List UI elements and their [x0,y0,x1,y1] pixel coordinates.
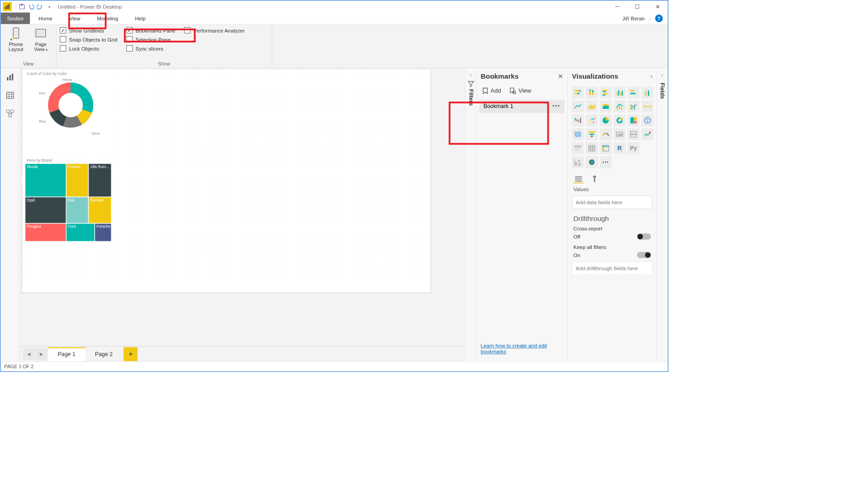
tab-help[interactable]: Help [127,13,154,24]
report-canvas[interactable]: Count of Color by Color Yellow Red Blue … [22,69,431,293]
add-page-button[interactable]: + [124,347,138,361]
check-performance-analyzer[interactable]: Performance Analyzer [184,27,245,33]
svg-point-60 [591,119,593,120]
svg-rect-90 [603,145,609,147]
data-view-icon[interactable] [5,90,15,100]
phone-layout-button[interactable]: Phone Layout [4,27,28,53]
maximize-button[interactable]: ☐ [627,1,648,13]
viz-ribbon-icon[interactable] [642,101,653,113]
svg-rect-27 [577,93,580,94]
viz-r-icon[interactable]: R [614,142,626,154]
collapse-viz-icon[interactable]: › [651,73,652,80]
treemap-chart: Skoda Citroen Alfa Rom... Opel Fiat Rena… [25,164,111,241]
tab-home[interactable]: Home [30,13,61,24]
expand-filters-icon[interactable]: ‹ [470,72,472,78]
check-show-gridlines[interactable]: ✓Show Gridlines [60,27,117,33]
values-drop-area[interactable]: Add data fields here [572,196,652,209]
check-sync-slicers[interactable]: Sync slicers [127,45,175,52]
page-tab-1[interactable]: Page 1 [48,347,85,361]
viz-donut-icon[interactable] [614,114,626,126]
svg-rect-66 [630,117,634,123]
viz-clustered-column-icon[interactable] [614,87,626,98]
viz-line-column-icon[interactable] [614,101,626,113]
fields-pane-collapsed[interactable]: ‹ Fields [656,69,668,361]
fields-tab-icon[interactable] [573,174,584,183]
viz-100-bar-icon[interactable] [627,87,639,98]
close-button[interactable]: ✕ [647,1,668,13]
check-bookmarks-pane[interactable]: ✓Bookmarks Pane [127,27,175,33]
filters-pane-collapsed[interactable]: ‹ Filters [465,69,476,361]
page-prev-button[interactable]: ◄ [23,348,35,360]
report-view-icon[interactable] [5,72,15,82]
viz-filled-map-icon[interactable] [572,128,584,140]
user-name: Jiří Beran [623,15,645,21]
format-tab-icon[interactable] [590,174,600,183]
quick-access-toolbar: ▾ [18,3,53,10]
bookmarks-add-button[interactable]: Add [482,87,501,94]
viz-map-icon[interactable] [642,114,653,126]
model-view-icon[interactable] [5,108,15,118]
svg-rect-39 [622,91,623,96]
viz-kpi-icon[interactable] [642,128,653,140]
viz-stacked-area-icon[interactable] [600,101,612,113]
page-next-button[interactable]: ► [36,348,47,360]
viz-scatter-icon[interactable] [586,114,598,126]
viz-area-icon[interactable] [586,101,598,113]
viz-table-icon[interactable] [586,142,598,154]
save-icon[interactable] [18,3,26,10]
svg-line-21 [10,113,12,114]
ribbon-group-view-label: View [1,60,56,68]
check-lock-objects[interactable]: Lock Objects [60,45,117,52]
bookmarks-help-link[interactable]: Learn how to create and edit bookmarks [476,338,567,361]
donut-visual[interactable]: Count of Color by Color Yellow Red Blue … [25,70,116,149]
viz-stacked-column-icon[interactable] [586,87,598,98]
viz-slicer-icon[interactable] [572,142,584,154]
svg-rect-25 [579,90,581,91]
bookmarks-view-button[interactable]: View [509,87,531,94]
expand-fields-icon[interactable]: ‹ [661,72,663,78]
qat-dropdown-icon[interactable]: ▾ [45,3,53,10]
viz-line-clustered-icon[interactable] [627,101,639,113]
drillthrough-drop-area[interactable]: Add drillthrough fields here [572,262,652,275]
check-snap-to-grid[interactable]: Snap Objects to Grid [60,36,117,42]
check-selection-pane[interactable]: Selection Pane [127,36,175,42]
file-menu[interactable]: Soubor [1,13,30,24]
bookmark-more-icon[interactable]: ••• [552,103,561,110]
viz-import-icon[interactable]: ••• [600,156,612,168]
viz-100-column-icon[interactable] [642,87,653,98]
help-icon[interactable]: ? [655,14,663,22]
viz-pie-icon[interactable] [600,114,612,126]
page-view-button[interactable]: Page View ▾ [29,27,52,53]
viz-line-icon[interactable] [572,101,584,113]
viz-python-icon[interactable]: Py [627,142,639,154]
bookmark-item[interactable]: Bookmark 1 ••• [479,100,565,113]
svg-rect-18 [10,110,13,113]
viz-arcgis-icon[interactable] [586,156,598,168]
tab-view[interactable]: View [61,13,89,24]
viz-key-influencers-icon[interactable] [572,156,584,168]
redo-icon[interactable] [36,3,44,10]
window-controls: ─ ☐ ✕ [607,1,668,13]
status-text: PAGE 1 OF 2 [4,364,33,369]
viz-multirow-card-icon[interactable] [627,128,639,140]
close-bookmarks-icon[interactable]: ✕ [558,73,563,80]
page-tab-2[interactable]: Page 2 [85,347,122,361]
minimize-button[interactable]: ─ [607,1,627,13]
viz-funnel-icon[interactable] [586,128,598,140]
treemap-visual[interactable]: Price by Brand Skoda Citroen Alfa Rom...… [25,158,116,243]
viz-clustered-bar-icon[interactable] [600,87,612,98]
cross-report-toggle[interactable] [637,234,651,240]
viz-treemap-icon[interactable] [627,114,639,126]
filter-icon [467,81,474,87]
user-area[interactable]: Jiří Beran ⌄ ? [618,13,668,24]
viz-gauge-icon[interactable] [600,128,612,140]
viz-card-icon[interactable]: 123 [614,128,626,140]
svg-rect-37 [618,90,619,95]
keep-filters-toggle[interactable] [637,252,651,258]
viz-stacked-bar-icon[interactable] [572,87,584,98]
viz-matrix-icon[interactable] [600,142,612,154]
viz-waterfall-icon[interactable] [572,114,584,126]
undo-icon[interactable] [27,3,35,10]
keep-filters-state: On [573,252,580,258]
tab-modeling[interactable]: Modeling [89,13,127,24]
